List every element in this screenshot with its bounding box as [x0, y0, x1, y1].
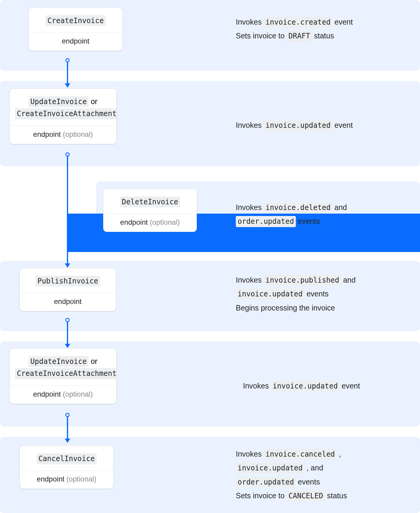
desc-create-invoice: Invokes invoice.created event Sets invoi… — [236, 15, 353, 43]
code-create-invoice: CreateInvoice — [46, 15, 106, 26]
code-create-attachment: CreateInvoiceAttachment — [15, 108, 116, 119]
card-update-invoice-1: UpdateInvoice or CreateInvoiceAttachment… — [10, 89, 116, 144]
code-cancel-invoice: CancelInvoice — [37, 453, 97, 464]
code-create-attachment: CreateInvoiceAttachment — [15, 368, 116, 379]
card-cancel-invoice: CancelInvoice endpoint (optional) — [20, 446, 113, 489]
card-subtitle: endpoint — [62, 37, 89, 45]
desc-update-invoice-1: Invokes invoice.updated event — [236, 118, 353, 132]
card-publish-invoice: PublishInvoice endpoint — [20, 268, 116, 311]
card-delete-invoice: DeleteInvoice endpoint (optional) — [103, 189, 197, 232]
code-publish-invoice: PublishInvoice — [36, 276, 100, 286]
desc-cancel-invoice: Invokes invoice.canceled , invoice.updat… — [236, 447, 347, 502]
desc-publish-invoice: Invokes invoice.published and invoice.up… — [236, 273, 356, 315]
code-update-invoice: UpdateInvoice — [28, 356, 88, 367]
card-update-invoice-2: UpdateInvoice or CreateInvoiceAttachment… — [10, 349, 116, 404]
card-subtitle: endpoint — [33, 390, 61, 398]
card-subtitle: endpoint — [54, 297, 82, 305]
desc-delete-invoice: Invokes invoice.deleted and order.update… — [236, 200, 347, 228]
card-subtitle: endpoint — [120, 218, 148, 226]
card-create-invoice: CreateInvoice endpoint — [29, 8, 122, 51]
invoice-lifecycle-diagram: CreateInvoice endpoint Invokes invoice.c… — [0, 0, 420, 513]
code-update-invoice: UpdateInvoice — [28, 96, 88, 107]
card-subtitle: endpoint — [37, 475, 64, 483]
code-delete-invoice: DeleteInvoice — [120, 196, 180, 207]
card-subtitle: endpoint — [33, 130, 61, 138]
desc-update-invoice-2: Invokes invoice.updated event — [243, 379, 360, 393]
